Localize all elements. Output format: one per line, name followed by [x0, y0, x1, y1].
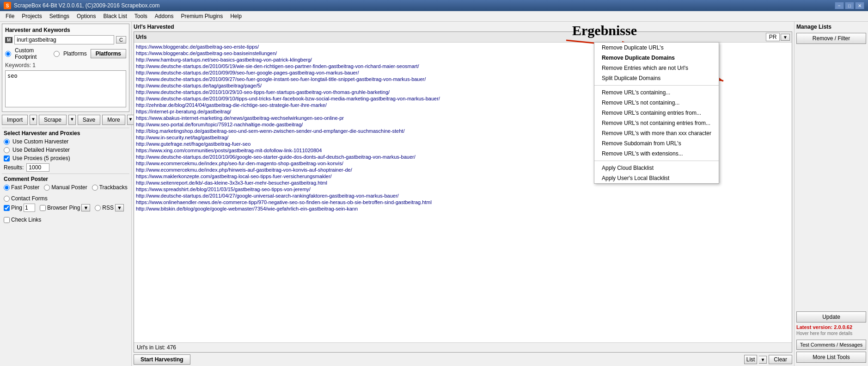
menu-premium[interactable]: Premium Plugins: [177, 12, 227, 20]
custom-footprint-label: Custom Footprint: [15, 47, 50, 60]
platforms-radio[interactable]: [54, 51, 60, 57]
dropdown-menu-item[interactable]: Apply Cloud Blacklist: [594, 163, 719, 173]
hover-info: Hover here for more details: [796, 331, 866, 336]
far-right-middle: [796, 48, 866, 311]
bottom-btn-row: Import ▼ Scrape ▼ Save More ▼ Clear: [2, 115, 129, 125]
custom-harvester-radio[interactable]: [4, 139, 10, 145]
rss-radio[interactable]: [95, 205, 101, 211]
dropdown-menu-item[interactable]: Remove URL's not containing entries from…: [594, 118, 719, 128]
title-bar: S ScrapeBox 64-Bit V2.0.0.61, (C)2009-20…: [0, 0, 868, 11]
urls-footer: Url's in List: 476: [134, 342, 792, 352]
app-icon: S: [4, 2, 11, 9]
url-list-item[interactable]: https://www.spreadshirt.de/blog/2011/03/…: [135, 186, 791, 192]
contact-forms-label: Contact Forms: [11, 195, 48, 202]
import-button[interactable]: Import: [2, 115, 28, 125]
dropdown-menu-item[interactable]: Remove Subdomain from URL's: [594, 138, 719, 149]
dropdown-menu-item[interactable]: Remove URL's with more than xxx characte…: [594, 128, 719, 138]
dropdown-menu-item[interactable]: Remove URL's containing entries from...: [594, 108, 719, 118]
test-comments-button[interactable]: Test Comments / Messages: [796, 340, 866, 350]
menu-settings[interactable]: Settings: [46, 12, 73, 20]
restore-button[interactable]: □: [845, 2, 854, 9]
menu-options[interactable]: Options: [73, 12, 99, 20]
dropdown-menu-item[interactable]: Remove URL's containing...: [594, 87, 719, 98]
dropdown-menu-item[interactable]: Remove URL's with extensions...: [594, 149, 719, 159]
ping-checkbox[interactable]: [4, 205, 10, 211]
close-button[interactable]: ✕: [855, 2, 864, 9]
menu-projects[interactable]: Projects: [18, 12, 45, 20]
app-title: ScrapeBox 64-Bit V2.0.0.61, (C)2009-2016…: [14, 2, 160, 9]
custom-footprint-radio[interactable]: [5, 51, 11, 57]
manual-poster-item: Manual Poster: [44, 184, 87, 191]
fast-poster-radio[interactable]: [4, 185, 10, 191]
ping-label: Ping: [11, 205, 22, 211]
platforms-button[interactable]: Platforms: [91, 49, 126, 58]
results-row: Results:: [4, 163, 128, 172]
ping-input[interactable]: [24, 204, 35, 212]
list-arrow-button[interactable]: ▼: [759, 356, 767, 364]
remove-filter-button[interactable]: Remove / Filter: [796, 33, 866, 44]
browser-ping-btn[interactable]: ▼: [81, 204, 90, 211]
more-button[interactable]: More: [102, 115, 125, 125]
more-list-tools-button[interactable]: More List Tools: [796, 352, 866, 363]
rss-item: RSS ▼: [95, 204, 124, 211]
url-list-item[interactable]: http://www.bitskin.de/blog/google/google…: [135, 205, 791, 212]
start-harvesting-button[interactable]: Start Harvesting: [134, 354, 190, 365]
scrape-button[interactable]: Scrape: [39, 115, 67, 125]
urls-column-header: Urls: [136, 34, 764, 40]
comment-poster-row2: Ping Browser Ping ▼ RSS ▼ Check Links: [4, 204, 128, 223]
list-clear-row: List ▼ Clear: [744, 355, 792, 364]
dropdown-menu-item[interactable]: Remove Duplicate Domains: [594, 53, 719, 63]
keywords-label: Keywords: 1: [5, 62, 126, 68]
browser-ping-item: Browser Ping ▼: [40, 204, 90, 211]
url-list-item[interactable]: http://www.deutsche-startups.de/2011/04/…: [135, 192, 791, 199]
dropdown-menu-item[interactable]: Remove Duplicate URL's: [594, 43, 719, 53]
pr-dropdown-button[interactable]: ▼: [781, 34, 790, 41]
clear-list-button[interactable]: Clear: [769, 355, 792, 364]
use-proxies-checkbox[interactable]: [4, 155, 10, 161]
list-button[interactable]: List: [744, 355, 758, 364]
left-panel: Harvester and Keywords M C Custom Footpr…: [0, 22, 132, 366]
comment-poster-row: Fast Poster Manual Poster Trackbacks Con…: [4, 184, 128, 202]
update-button[interactable]: Update: [796, 311, 866, 323]
select-harvester-title: Select Harvester and Proxies: [4, 130, 128, 136]
check-links-item: Check Links: [4, 217, 41, 223]
trackbacks-item: Trackbacks: [92, 184, 128, 191]
scrape-arrow-icon[interactable]: ▼: [68, 115, 76, 125]
menu-addons[interactable]: Addons: [151, 12, 177, 20]
dropdown-menu-item[interactable]: Apply User's Local Blacklist: [594, 173, 719, 183]
detailed-harvester-radio[interactable]: [4, 147, 10, 153]
rss-btn[interactable]: ▼: [115, 204, 124, 211]
select-harvester-section: Select Harvester and Proxies Use Custom …: [2, 128, 129, 174]
version-info: Latest version: 2.0.0.62: [796, 324, 866, 330]
trackbacks-radio[interactable]: [92, 185, 98, 191]
results-input[interactable]: [26, 163, 49, 172]
results-label: Results:: [4, 164, 24, 171]
url-input[interactable]: [14, 35, 114, 44]
dropdown-menu-item[interactable]: Remove Entries which are not Url's: [594, 63, 719, 73]
urls-header: Urls ▼: [134, 32, 792, 43]
minimize-button[interactable]: −: [835, 2, 844, 9]
import-arrow-icon[interactable]: ▼: [30, 115, 37, 125]
save-button[interactable]: Save: [78, 115, 100, 125]
menu-blacklist[interactable]: Black List: [99, 12, 130, 20]
far-right-panel: Manage Lists Remove / Filter Update Late…: [794, 22, 868, 366]
url-list-item[interactable]: https://www.onlinehaendler-news.de/e-com…: [135, 199, 791, 205]
keywords-textarea[interactable]: seo: [5, 70, 126, 107]
manual-poster-radio[interactable]: [44, 185, 50, 191]
menu-help[interactable]: Help: [226, 12, 245, 20]
menu-file[interactable]: File: [2, 12, 18, 20]
contact-forms-radio[interactable]: [4, 196, 10, 202]
pr-input[interactable]: [766, 33, 780, 41]
window-controls[interactable]: − □ ✕: [835, 2, 864, 9]
menu-tools[interactable]: Tools: [131, 12, 151, 20]
browser-ping-checkbox[interactable]: [40, 205, 46, 211]
dropdown-menu-item[interactable]: Split Duplicate Domains: [594, 73, 719, 83]
urls-harvested-title: Url's Harvested: [134, 24, 792, 30]
check-links-checkbox[interactable]: [4, 217, 10, 223]
url-input-row: M C: [5, 35, 126, 44]
dropdown-menu-item[interactable]: Remove URL's not containing...: [594, 98, 719, 108]
clear-url-button[interactable]: C: [116, 36, 126, 43]
comment-poster-section: Comment Poster Fast Poster Manual Poster…: [2, 174, 129, 225]
dropdown-menu: Remove Duplicate URL'sRemove Duplicate D…: [594, 42, 719, 184]
prefix-badge: M: [5, 37, 12, 43]
